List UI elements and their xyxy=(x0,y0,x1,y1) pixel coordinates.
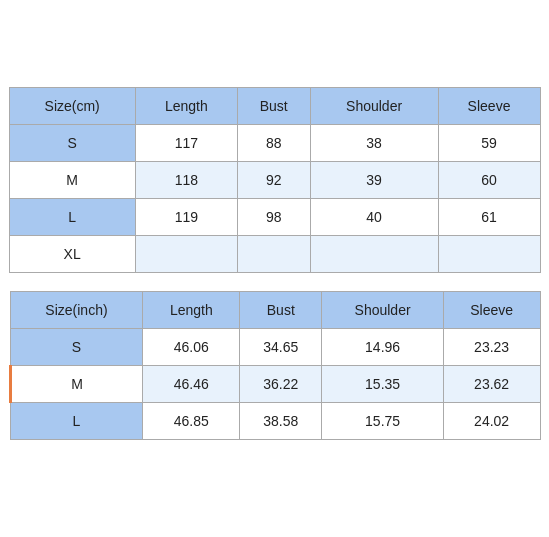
size-chart-container: Size(cm) Length Bust Shoulder Sleeve S 1… xyxy=(5,83,545,454)
inch-bust-cell: 38.58 xyxy=(240,403,322,440)
inch-sleeve-cell: 23.62 xyxy=(443,366,540,403)
cm-sleeve-cell xyxy=(438,236,540,273)
inch-sleeve-header: Sleeve xyxy=(443,292,540,329)
cm-size-cell: XL xyxy=(9,236,135,273)
inch-bust-cell: 36.22 xyxy=(240,366,322,403)
cm-bust-header: Bust xyxy=(237,88,310,125)
cm-bust-cell: 88 xyxy=(237,125,310,162)
cm-bust-cell: 92 xyxy=(237,162,310,199)
cm-size-header: Size(cm) xyxy=(9,88,135,125)
cm-table-row: L 119 98 40 61 xyxy=(9,199,540,236)
cm-size-table: Size(cm) Length Bust Shoulder Sleeve S 1… xyxy=(9,87,541,273)
inch-sleeve-cell: 23.23 xyxy=(443,329,540,366)
inch-bust-header: Bust xyxy=(240,292,322,329)
inch-size-cell: S xyxy=(10,329,143,366)
cm-table-row: XL xyxy=(9,236,540,273)
inch-length-header: Length xyxy=(143,292,240,329)
cm-length-cell: 117 xyxy=(135,125,237,162)
cm-bust-cell xyxy=(237,236,310,273)
cm-header-row: Size(cm) Length Bust Shoulder Sleeve xyxy=(9,88,540,125)
cm-shoulder-cell xyxy=(310,236,438,273)
cm-length-header: Length xyxy=(135,88,237,125)
cm-shoulder-cell: 40 xyxy=(310,199,438,236)
inch-length-cell: 46.06 xyxy=(143,329,240,366)
inch-size-header: Size(inch) xyxy=(10,292,143,329)
inch-sleeve-cell: 24.02 xyxy=(443,403,540,440)
cm-size-cell: M xyxy=(9,162,135,199)
cm-sleeve-cell: 60 xyxy=(438,162,540,199)
inch-shoulder-header: Shoulder xyxy=(322,292,443,329)
inch-size-cell: L xyxy=(10,403,143,440)
inch-size-table: Size(inch) Length Bust Shoulder Sleeve S… xyxy=(9,291,541,440)
cm-shoulder-header: Shoulder xyxy=(310,88,438,125)
inch-length-cell: 46.46 xyxy=(143,366,240,403)
cm-sleeve-header: Sleeve xyxy=(438,88,540,125)
cm-length-cell xyxy=(135,236,237,273)
cm-table-row: M 118 92 39 60 xyxy=(9,162,540,199)
cm-shoulder-cell: 39 xyxy=(310,162,438,199)
inch-table-row: M 46.46 36.22 15.35 23.62 xyxy=(10,366,540,403)
inch-shoulder-cell: 15.35 xyxy=(322,366,443,403)
cm-sleeve-cell: 59 xyxy=(438,125,540,162)
inch-bust-cell: 34.65 xyxy=(240,329,322,366)
inch-length-cell: 46.85 xyxy=(143,403,240,440)
inch-table-row: S 46.06 34.65 14.96 23.23 xyxy=(10,329,540,366)
cm-sleeve-cell: 61 xyxy=(438,199,540,236)
cm-size-cell: L xyxy=(9,199,135,236)
inch-header-row: Size(inch) Length Bust Shoulder Sleeve xyxy=(10,292,540,329)
cm-bust-cell: 98 xyxy=(237,199,310,236)
cm-shoulder-cell: 38 xyxy=(310,125,438,162)
inch-shoulder-cell: 15.75 xyxy=(322,403,443,440)
cm-length-cell: 119 xyxy=(135,199,237,236)
cm-table-row: S 117 88 38 59 xyxy=(9,125,540,162)
cm-size-cell: S xyxy=(9,125,135,162)
inch-table-row: L 46.85 38.58 15.75 24.02 xyxy=(10,403,540,440)
inch-shoulder-cell: 14.96 xyxy=(322,329,443,366)
inch-size-cell: M xyxy=(10,366,143,403)
cm-length-cell: 118 xyxy=(135,162,237,199)
